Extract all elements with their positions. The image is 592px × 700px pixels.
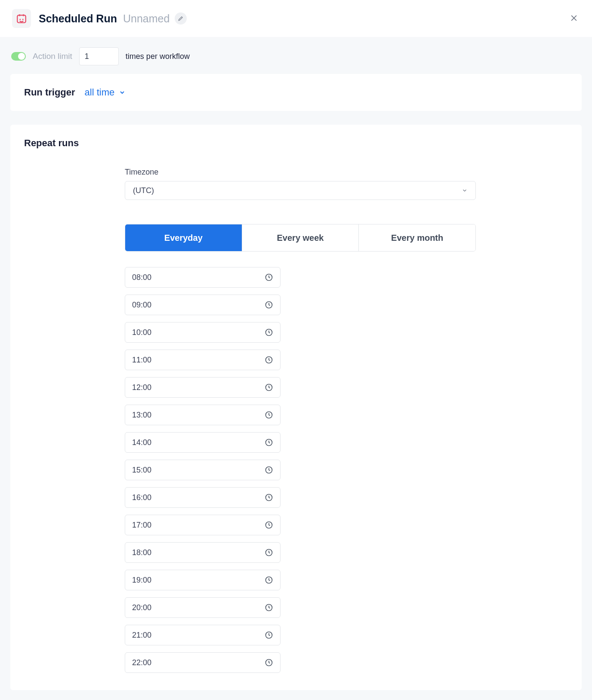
time-slot-label: 20:00 [132, 603, 151, 612]
tab-everyday[interactable]: Everyday [125, 224, 242, 251]
close-button[interactable] [568, 12, 580, 24]
clock-icon [265, 603, 273, 612]
time-slot[interactable]: 18:00 [125, 542, 281, 563]
time-slot-label: 12:00 [132, 383, 151, 392]
clock-icon [265, 328, 273, 337]
time-slot[interactable]: 12:00 [125, 377, 281, 398]
time-slot[interactable]: 19:00 [125, 570, 281, 590]
time-slot[interactable]: 17:00 [125, 515, 281, 535]
time-slot-label: 21:00 [132, 631, 151, 640]
time-slot-label: 22:00 [132, 658, 151, 667]
tab-every-month[interactable]: Every month [358, 224, 475, 251]
run-trigger-row: Run trigger all time [24, 87, 568, 98]
close-icon [570, 14, 578, 22]
action-limit-row: Action limit times per workflow [10, 47, 582, 65]
time-slot[interactable]: 21:00 [125, 625, 281, 645]
time-slot-label: 14:00 [132, 438, 151, 447]
page-subtitle: Unnamed [123, 12, 170, 25]
clock-icon [265, 438, 273, 447]
clock-icon [265, 466, 273, 474]
page-title: Scheduled Run [39, 12, 117, 25]
action-limit-toggle[interactable] [11, 52, 26, 61]
time-list: 08:0009:0010:0011:0012:0013:0014:0015:00… [125, 267, 281, 673]
time-slot[interactable]: 13:00 [125, 405, 281, 425]
edit-title-button[interactable] [175, 12, 187, 25]
run-trigger-card: Run trigger all time [10, 74, 582, 111]
svg-point-3 [19, 19, 21, 20]
time-slot[interactable]: 09:00 [125, 295, 281, 315]
calendar-icon [16, 13, 27, 24]
clock-icon [265, 631, 273, 639]
action-limit-input[interactable] [79, 47, 119, 65]
clock-icon [265, 356, 273, 364]
clock-icon [265, 383, 273, 392]
tab-every-week[interactable]: Every week [242, 224, 359, 251]
pencil-icon [178, 15, 184, 21]
time-slot[interactable]: 10:00 [125, 322, 281, 343]
time-slot[interactable]: 20:00 [125, 597, 281, 618]
time-slot-label: 17:00 [132, 521, 151, 530]
clock-icon [265, 493, 273, 502]
frequency-tabs: Everyday Every week Every month [125, 224, 476, 252]
time-slot-label: 10:00 [132, 328, 151, 337]
scheduled-run-icon [12, 9, 31, 28]
clock-icon [265, 548, 273, 557]
time-slot-label: 13:00 [132, 411, 151, 420]
clock-icon [265, 576, 273, 584]
modal-body: Action limit times per workflow Run trig… [0, 37, 592, 700]
time-slot-label: 19:00 [132, 576, 151, 585]
clock-icon [265, 301, 273, 309]
run-trigger-dropdown[interactable]: all time [85, 87, 126, 98]
repeat-runs-card: Repeat runs Timezone (UTC) Everyday Ever… [10, 125, 582, 690]
time-slot[interactable]: 08:00 [125, 267, 281, 288]
time-slot-label: 09:00 [132, 301, 151, 310]
repeat-form: Timezone (UTC) Everyday Every week Every… [125, 168, 476, 673]
action-limit-suffix: times per workflow [126, 52, 190, 61]
chevron-down-icon [119, 89, 126, 96]
time-slot[interactable]: 14:00 [125, 432, 281, 453]
time-slot[interactable]: 15:00 [125, 460, 281, 480]
time-slot-label: 16:00 [132, 493, 151, 502]
timezone-label: Timezone [125, 168, 476, 177]
run-trigger-label: Run trigger [24, 87, 75, 98]
clock-icon [265, 521, 273, 529]
time-slot-label: 11:00 [132, 356, 151, 365]
action-limit-label: Action limit [33, 52, 72, 61]
time-slot-label: 15:00 [132, 466, 151, 475]
modal-header: Scheduled Run Unnamed [0, 0, 592, 37]
time-slot[interactable]: 11:00 [125, 350, 281, 370]
time-slot[interactable]: 22:00 [125, 652, 281, 673]
svg-point-4 [22, 19, 24, 20]
time-slot[interactable]: 16:00 [125, 487, 281, 508]
clock-icon [265, 411, 273, 419]
clock-icon [265, 658, 273, 667]
toggle-knob [18, 53, 25, 60]
timezone-value: (UTC) [133, 186, 154, 195]
time-slot-label: 08:00 [132, 273, 151, 282]
chevron-down-icon [462, 187, 468, 193]
time-slot-label: 18:00 [132, 548, 151, 557]
clock-icon [265, 273, 273, 282]
timezone-select[interactable]: (UTC) [125, 181, 476, 200]
repeat-runs-label: Repeat runs [24, 138, 568, 149]
run-trigger-value: all time [85, 87, 115, 98]
